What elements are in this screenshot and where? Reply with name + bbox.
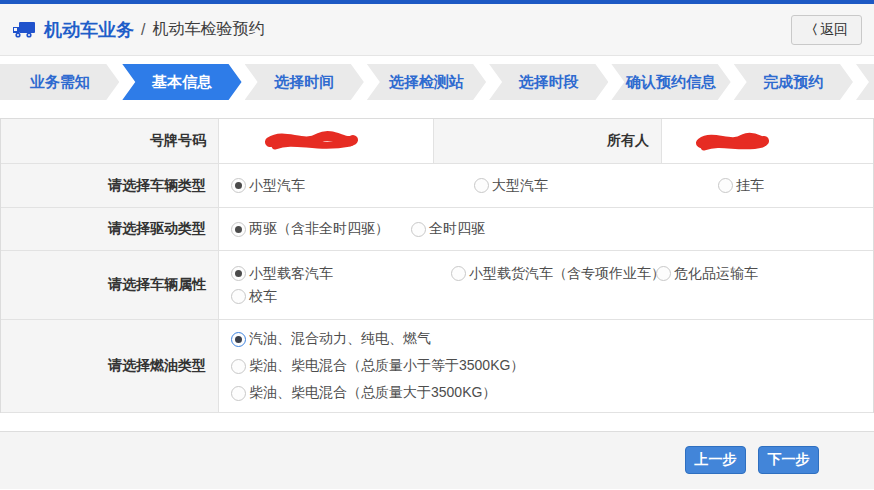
step-tab-choose-time[interactable]: 选择时间	[245, 64, 364, 100]
radio-selected-icon	[231, 222, 246, 237]
radio-option-label: 挂车	[736, 177, 764, 195]
radio-option-label: 全时四驱	[429, 220, 485, 238]
radio-option-label: 校车	[249, 288, 277, 306]
step-tab-confirm-info[interactable]: 确认预约信息	[611, 64, 730, 100]
appointment-form-table: 号牌号码 所有人 请选择车辆类型 小型汽车 大型汽车	[0, 118, 874, 413]
previous-step-button[interactable]: 上一步	[685, 446, 746, 474]
radio-option-label: 小型汽车	[249, 177, 305, 195]
truck-icon	[12, 21, 36, 39]
step-tab-business-notice[interactable]: 业务需知	[0, 64, 119, 100]
table-row-fuel-type: 请选择燃油类型 汽油、混合动力、纯电、燃气 柴油、柴电混合（总质量小于等于350…	[1, 320, 873, 413]
radio-option-small-passenger[interactable]: 小型载客汽车	[231, 265, 451, 283]
step-tab-choose-station[interactable]: 选择检测站	[367, 64, 486, 100]
radio-option-diesel-under-3500kg[interactable]: 柴油、柴电混合（总质量小于等于3500KG）	[231, 357, 524, 375]
radio-unselected-icon	[656, 266, 671, 281]
radio-option-school-bus[interactable]: 校车	[231, 288, 277, 306]
vehicle-type-label: 请选择车辆类型	[1, 164, 219, 207]
radio-option-gasoline-hybrid-electric-gas[interactable]: 汽油、混合动力、纯电、燃气	[231, 330, 431, 348]
owner-label: 所有人	[434, 119, 662, 163]
plate-number-label: 号牌号码	[1, 119, 219, 163]
radio-unselected-icon	[451, 266, 466, 281]
owner-value	[662, 119, 873, 163]
next-step-button[interactable]: 下一步	[758, 446, 819, 474]
radio-unselected-icon	[231, 386, 246, 401]
step-label: 确认预约信息	[626, 73, 716, 92]
radio-option-label: 危化品运输车	[674, 265, 758, 283]
radio-selected-icon	[231, 266, 246, 281]
radio-option-label: 柴油、柴电混合（总质量大于3500KG）	[249, 384, 496, 402]
radio-unselected-icon	[718, 178, 733, 193]
step-tab-choose-slot[interactable]: 选择时段	[489, 64, 608, 100]
radio-option-label: 两驱（含非全时四驱）	[249, 220, 389, 238]
step-label: 完成预约	[763, 73, 823, 92]
radio-option-small-cargo[interactable]: 小型载货汽车（含专项作业车）	[451, 265, 656, 283]
table-row-drive-type: 请选择驱动类型 两驱（含非全时四驱） 全时四驱	[1, 208, 873, 251]
page-title: 机动车业务	[44, 18, 134, 42]
radio-option-label: 小型载货汽车（含专项作业车）	[469, 265, 665, 283]
radio-option-label: 汽油、混合动力、纯电、燃气	[249, 330, 431, 348]
radio-unselected-icon	[474, 178, 489, 193]
breadcrumb-current: 机动车检验预约	[152, 19, 264, 40]
steps-bar: 业务需知 基本信息 选择时间 选择检测站 选择时段 确认预约信息 完成预约	[0, 64, 874, 100]
radio-option-trailer[interactable]: 挂车	[718, 177, 764, 195]
step-label: 选择检测站	[389, 73, 464, 92]
table-row-vehicle-type: 请选择车辆类型 小型汽车 大型汽车 挂车	[1, 164, 873, 208]
back-button-label: 返回	[820, 21, 848, 39]
back-button[interactable]: 〈 返回	[791, 15, 862, 45]
redaction-scribble	[694, 128, 770, 156]
radio-option-label: 小型载客汽车	[249, 265, 333, 283]
step-label: 选择时间	[274, 73, 334, 92]
table-row-plate-owner: 号牌号码 所有人	[1, 119, 873, 164]
radio-option-large-car[interactable]: 大型汽车	[474, 177, 718, 195]
radio-option-two-wheel-drive[interactable]: 两驱（含非全时四驱）	[231, 220, 411, 238]
plate-number-value	[219, 119, 434, 163]
radio-selected-icon	[231, 178, 246, 193]
step-tab-filler	[856, 64, 874, 100]
radio-option-diesel-over-3500kg[interactable]: 柴油、柴电混合（总质量大于3500KG）	[231, 384, 496, 402]
breadcrumb-divider: /	[141, 21, 145, 39]
back-chevron-icon: 〈	[805, 21, 818, 39]
radio-unselected-icon	[411, 222, 426, 237]
step-tab-basic-info[interactable]: 基本信息	[122, 64, 241, 100]
fuel-type-label: 请选择燃油类型	[1, 320, 219, 412]
vehicle-attribute-label: 请选择车辆属性	[1, 251, 219, 319]
radio-option-small-car[interactable]: 小型汽车	[231, 177, 474, 195]
radio-selected-icon	[231, 332, 246, 347]
redaction-scribble	[263, 128, 359, 154]
step-label: 选择时段	[519, 73, 579, 92]
radio-option-label: 柴油、柴电混合（总质量小于等于3500KG）	[249, 357, 524, 375]
step-label: 基本信息	[152, 73, 212, 92]
radio-option-full-time-4wd[interactable]: 全时四驱	[411, 220, 485, 238]
step-label: 业务需知	[30, 73, 90, 92]
page-header: 机动车业务 / 机动车检验预约 〈 返回	[0, 4, 874, 56]
table-row-vehicle-attribute: 请选择车辆属性 小型载客汽车 小型载货汽车（含专项作业车） 危化品运输车	[1, 251, 873, 320]
radio-option-hazmat-transport[interactable]: 危化品运输车	[656, 265, 758, 283]
radio-unselected-icon	[231, 289, 246, 304]
radio-unselected-icon	[231, 359, 246, 374]
drive-type-label: 请选择驱动类型	[1, 208, 219, 250]
radio-option-label: 大型汽车	[492, 177, 548, 195]
footer-bar: 上一步 下一步	[0, 431, 874, 489]
step-tab-finish[interactable]: 完成预约	[734, 64, 853, 100]
